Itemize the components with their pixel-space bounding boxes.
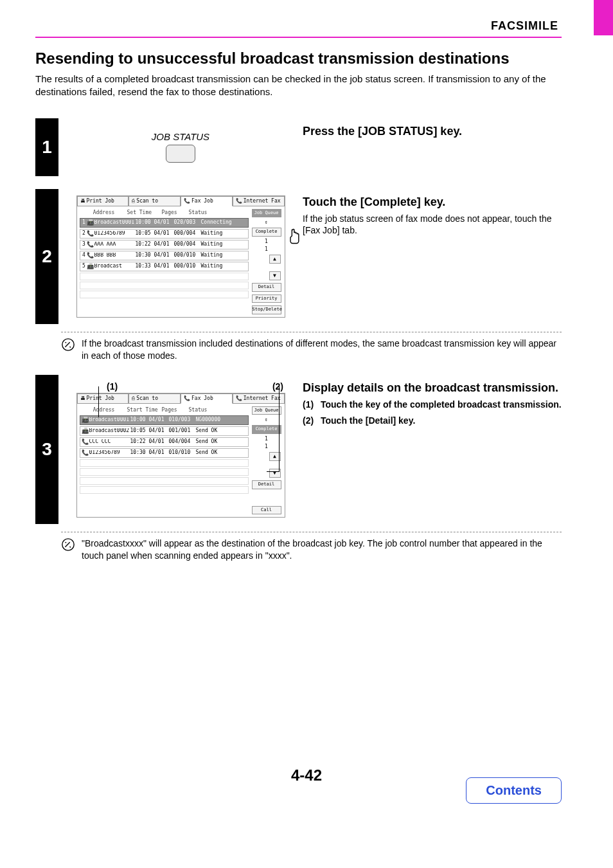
contents-button[interactable]: Contents <box>466 777 562 804</box>
table-row[interactable]: 📠Broadcast000110:00 04/01010/003NG000000 <box>80 415 249 425</box>
table-row[interactable]: 1📠Broadcast000110:00 04/01020/003Connect… <box>80 218 249 228</box>
table-row[interactable]: 📞012345678910:30 04/01010/010Send OK <box>80 448 249 458</box>
step-number: 1 <box>35 118 58 176</box>
page-indicator: 1 <box>265 444 268 449</box>
dashed-separator <box>61 332 562 332</box>
list-item-number: (1) <box>303 399 321 411</box>
callout-2: (2) <box>272 381 283 392</box>
chapter-color-tab <box>594 0 613 35</box>
callout-line <box>98 386 99 417</box>
step-1: 1 JOB STATUS Press the [JOB STATUS] key. <box>35 118 562 176</box>
table-row[interactable]: 📞CCC CCC10:22 04/01004/004Send OK <box>80 437 249 447</box>
list-item-text: Touch the [Detail] key. <box>321 415 415 427</box>
step-3-heading: Display details on the broadcast transmi… <box>303 381 562 395</box>
step-number: 3 <box>35 375 58 525</box>
table-row-empty <box>80 486 249 494</box>
page-indicator: 1 <box>265 239 268 244</box>
hardware-key-icon <box>166 145 195 163</box>
job-status-panel: 🖶Print Job ⎙Scan to 📞Fax Job 📞Internet F… <box>76 393 285 518</box>
call-button[interactable]: Call <box>252 506 281 515</box>
job-status-key-illustration: JOB STATUS <box>152 131 209 163</box>
complete-button[interactable]: Complete <box>252 228 281 237</box>
step-3-note: "Broadcastxxxx" will appear as the desti… <box>61 538 562 562</box>
intro-paragraph: The results of a completed broadcast tra… <box>35 73 562 99</box>
tab-fax-job[interactable]: 📞Fax Job <box>181 196 233 206</box>
job-status-panel: 🖶Print Job ⎙Scan to 📞Fax Job 📞Internet F… <box>76 195 285 318</box>
section-label: FACSIMILE <box>35 19 562 33</box>
tab-fax-job[interactable]: 📞Fax Job <box>181 393 233 404</box>
callout-line <box>279 386 280 471</box>
step-1-heading: Press the [JOB STATUS] key. <box>303 125 562 138</box>
table-row-empty <box>80 273 249 280</box>
swap-icon: ⇕ <box>265 417 268 422</box>
step-2-body: If the job status screen of fax mode doe… <box>303 213 562 237</box>
tab-scan-to[interactable]: ⎙Scan to <box>129 196 181 206</box>
tab-internet-fax[interactable]: 📞Internet Fax <box>233 196 285 206</box>
list-item-text: Touch the key of the completed broadcast… <box>321 399 562 411</box>
page-title: Resending to unsuccessful broadcast tran… <box>35 50 562 68</box>
table-header: Address Set Time Pages Status <box>80 209 249 218</box>
tab-scan-to[interactable]: ⎙Scan to <box>129 393 181 404</box>
table-row-empty <box>80 468 249 476</box>
note-icon <box>61 338 82 362</box>
table-row-empty <box>80 459 249 467</box>
table-row[interactable]: 2📞012345678910:05 04/01000/004Waiting <box>80 229 249 239</box>
header-rule <box>35 37 562 38</box>
complete-button[interactable]: Complete <box>252 425 281 434</box>
note-icon <box>61 538 82 562</box>
tab-print-job[interactable]: 🖶Print Job <box>77 393 129 404</box>
job-queue-button[interactable]: Job Queue <box>252 209 281 218</box>
note-text: If the broadcast transmission included d… <box>82 338 562 362</box>
table-row[interactable]: 4📞BBB BBB10:30 04/01000/010Waiting <box>80 251 249 260</box>
job-status-key-label: JOB STATUS <box>152 131 209 142</box>
detail-button[interactable]: Detail <box>252 283 281 292</box>
note-text: "Broadcastxxxx" will appear as the desti… <box>82 538 562 562</box>
dashed-separator <box>61 532 562 532</box>
step-3: 3 (1) (2) 🖶Print Job ⎙Scan to 📞Fax Job 📞… <box>35 375 562 525</box>
scroll-up-button[interactable]: ▲ <box>269 255 281 264</box>
list-item-number: (2) <box>303 415 321 427</box>
priority-button[interactable]: Priority <box>252 294 281 303</box>
pointing-hand-icon <box>286 228 304 249</box>
callout-line <box>267 471 280 472</box>
step-2-heading: Touch the [Complete] key. <box>303 195 562 209</box>
table-row-empty <box>80 282 249 289</box>
tab-internet-fax[interactable]: 📞Internet Fax <box>233 393 285 404</box>
table-row[interactable]: 3📞AAA AAA10:22 04/01000/004Waiting <box>80 240 249 249</box>
step-2-note: If the broadcast transmission included d… <box>61 338 562 362</box>
table-row[interactable]: 📠Broadcast000210:05 04/01001/001Send OK <box>80 426 249 436</box>
table-row-empty <box>80 477 249 485</box>
table-row-empty <box>80 291 249 298</box>
step-number: 2 <box>35 189 58 324</box>
step-2: 2 🖶Print Job ⎙Scan to 📞Fax Job 📞Internet… <box>35 189 562 324</box>
scroll-down-button[interactable]: ▼ <box>269 271 281 280</box>
table-row[interactable]: 5📠Broadcast10:33 04/01000/010Waiting <box>80 262 249 271</box>
callout-1: (1) <box>107 381 118 392</box>
stop-delete-button[interactable]: Stop/Delete <box>252 305 281 314</box>
swap-icon: ⇕ <box>265 220 268 225</box>
job-queue-button[interactable]: Job Queue <box>252 406 281 415</box>
page-indicator: 1 <box>265 247 268 252</box>
detail-button[interactable]: Detail <box>252 480 281 489</box>
page-indicator: 1 <box>265 437 268 442</box>
tab-print-job[interactable]: 🖶Print Job <box>77 196 129 206</box>
table-header: Address Start Time Pages Status <box>80 406 249 415</box>
